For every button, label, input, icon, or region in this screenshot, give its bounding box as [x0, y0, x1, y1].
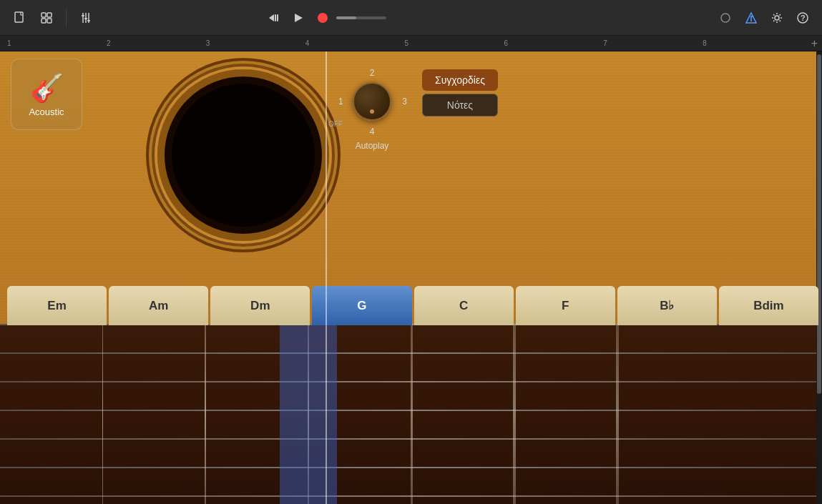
transport-controls	[263, 7, 386, 29]
chord-bdim[interactable]: Bdim	[719, 286, 818, 325]
notes-mode-button[interactable]: Νότες	[422, 94, 498, 117]
string-2	[205, 324, 206, 504]
autoplay-title: Autoplay	[356, 141, 389, 151]
string-5	[513, 324, 516, 504]
chord-f[interactable]: F	[516, 286, 615, 325]
svg-point-20	[775, 16, 779, 20]
chord-buttons-row: Em Am Dm G C F B♭ Bdim	[4, 286, 822, 325]
ruler-mark-3: 3	[206, 39, 305, 47]
svg-point-15	[318, 13, 328, 23]
autoplay-label-4: 4	[370, 127, 375, 137]
svg-rect-13	[277, 14, 278, 21]
autoplay-label-off: OFF	[328, 120, 343, 128]
separator-1	[66, 9, 67, 26]
ruler: 1 2 3 4 5 6 7 8 +	[0, 36, 822, 51]
ruler-mark-1: 1	[6, 39, 107, 47]
knob-indicator	[370, 109, 374, 114]
svg-rect-8	[82, 15, 84, 16]
autoplay-section: 1 2 3 4 OFF Autoplay	[340, 69, 404, 151]
help-button[interactable]: ?	[792, 7, 813, 29]
rewind-button[interactable]	[263, 7, 285, 29]
svg-rect-10	[87, 20, 90, 21]
toolbar: ?	[0, 0, 822, 36]
autoplay-label-3: 3	[402, 97, 407, 107]
chord-dm[interactable]: Dm	[210, 286, 310, 325]
new-document-button[interactable]	[9, 7, 30, 29]
scrollbar-thumb[interactable]	[817, 54, 821, 394]
svg-marker-14	[295, 14, 303, 22]
fretboard	[0, 324, 822, 504]
svg-text:?: ?	[801, 14, 806, 22]
layout-button[interactable]	[36, 7, 57, 29]
chord-bb[interactable]: B♭	[617, 286, 717, 325]
chord-am[interactable]: Am	[109, 286, 208, 325]
ruler-mark-5: 5	[405, 39, 504, 47]
playhead	[326, 51, 327, 504]
guitar-soundhole	[143, 51, 343, 259]
autoplay-knob-wrapper: 1 2 3 4 OFF	[340, 69, 404, 134]
svg-point-16	[721, 14, 730, 22]
ruler-mark-7: 7	[603, 39, 703, 47]
chord-em[interactable]: Em	[7, 286, 107, 325]
string-4	[411, 324, 413, 504]
instrument-name: Acoustic	[29, 107, 64, 117]
guitar-area: 🎸 Acoustic 1 2 3 4 OFF Aut	[0, 51, 822, 504]
svg-rect-3	[41, 19, 46, 23]
metronome-button[interactable]	[740, 7, 762, 29]
string-6	[616, 324, 619, 504]
chord-c[interactable]: C	[414, 286, 514, 325]
chord-g[interactable]: G	[312, 286, 411, 325]
settings-gear-button[interactable]	[766, 7, 788, 29]
right-toolbar: ?	[715, 7, 813, 29]
svg-rect-9	[84, 18, 87, 19]
monitor-button[interactable]	[715, 7, 736, 29]
svg-rect-12	[275, 14, 276, 21]
autoplay-knob[interactable]	[353, 82, 391, 121]
svg-rect-2	[47, 13, 52, 17]
svg-marker-11	[269, 14, 274, 21]
ruler-mark-6: 6	[504, 39, 603, 47]
svg-rect-4	[47, 19, 52, 23]
ruler-mark-4: 4	[305, 39, 405, 47]
instrument-icon: 🎸	[30, 72, 64, 104]
scrollbar[interactable]	[816, 51, 822, 504]
string-1	[102, 324, 104, 504]
chords-mode-button[interactable]: Συγχορδίες	[422, 69, 498, 91]
add-track-button[interactable]: +	[811, 37, 818, 50]
record-button[interactable]	[312, 7, 333, 29]
ruler-mark-8: 8	[703, 39, 802, 47]
mode-buttons: Συγχορδίες Νότες	[422, 69, 498, 117]
mixer-button[interactable]	[75, 7, 97, 29]
play-button[interactable]	[288, 7, 309, 29]
volume-control[interactable]	[336, 16, 386, 19]
autoplay-label-1: 1	[338, 97, 343, 107]
svg-rect-1	[41, 13, 46, 17]
autoplay-label-2: 2	[370, 68, 375, 78]
svg-rect-0	[15, 12, 23, 22]
ruler-mark-2: 2	[107, 39, 206, 47]
instrument-card[interactable]: 🎸 Acoustic	[11, 59, 82, 130]
active-chord-highlight	[280, 324, 337, 504]
